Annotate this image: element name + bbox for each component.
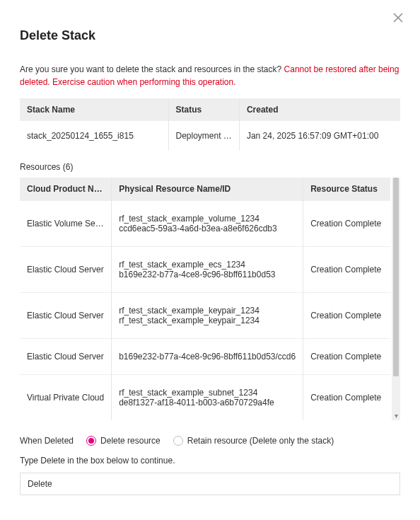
confirm-input[interactable] <box>20 473 400 495</box>
table-row: Virtual Private Cloudrf_test_stack_examp… <box>20 375 390 421</box>
stack-row: stack_20250124_1655_i815 Deployment … Ja… <box>20 121 400 151</box>
resource-type-cell: Elastic Cloud Server <box>20 247 112 293</box>
resource-type-cell: Elastic Cloud Server <box>20 339 112 375</box>
resources-table: Cloud Product N… Physical Resource Name/… <box>20 178 390 420</box>
col-resource-status: Resource Status <box>303 178 390 201</box>
confirm-text: Are you sure you want to delete the stac… <box>20 63 400 88</box>
resources-heading-text: Resources <box>20 162 60 172</box>
radio-retain-resource[interactable]: Retain resource (Delete only the stack) <box>173 436 334 446</box>
stack-table: Stack Name Status Created stack_20250124… <box>20 98 400 151</box>
resource-physical-cell: rf_test_stack_example_ecs_1234b169e232-b… <box>112 247 303 293</box>
scroll-down-icon[interactable]: ▾ <box>392 412 400 420</box>
stack-created-cell: Jan 24, 2025 16:57:09 GMT+01:00 <box>239 121 400 151</box>
table-row: Elastic Cloud Serverrf_test_stack_exampl… <box>20 293 390 339</box>
resource-status-cell: Creation Complete <box>303 339 390 375</box>
resource-status-cell: Creation Complete <box>303 201 390 247</box>
resource-status-cell: Creation Complete <box>303 375 390 421</box>
confirm-instruction: Type Delete in the box below to continue… <box>20 456 400 466</box>
stack-name-cell: stack_20250124_1655_i815 <box>20 121 168 151</box>
col-product: Cloud Product N… <box>20 178 112 201</box>
resource-type-cell: Elastic Volume Se… <box>20 201 112 247</box>
col-physical: Physical Resource Name/ID <box>112 178 303 201</box>
delete-stack-dialog: Delete Stack Are you sure you want to de… <box>0 0 420 520</box>
resource-physical-cell: rf_test_stack_example_volume_1234ccd6eac… <box>112 201 303 247</box>
resource-type-cell: Elastic Cloud Server <box>20 293 112 339</box>
dialog-title: Delete Stack <box>20 28 400 43</box>
radio-delete-resource[interactable]: Delete resource <box>86 436 161 446</box>
col-created: Created <box>239 98 400 121</box>
scrollbar-thumb[interactable] <box>393 178 399 376</box>
radio-retain-label: Retain resource (Delete only the stack) <box>187 436 334 446</box>
resource-type-cell: Virtual Private Cloud <box>20 375 112 421</box>
close-icon <box>393 13 404 23</box>
resources-area: Cloud Product N… Physical Resource Name/… <box>20 178 400 420</box>
when-deleted-row: When Deleted Delete resource Retain reso… <box>20 436 400 446</box>
table-row: Elastic Cloud Serverrf_test_stack_exampl… <box>20 247 390 293</box>
close-button[interactable] <box>393 13 404 24</box>
col-stack-name: Stack Name <box>20 98 168 121</box>
col-status: Status <box>168 98 239 121</box>
confirm-question: Are you sure you want to delete the stac… <box>20 64 284 74</box>
resource-physical-cell: rf_test_stack_example_subnet_1234de8f132… <box>112 375 303 421</box>
radio-delete-label: Delete resource <box>100 436 161 446</box>
resource-physical-cell: b169e232-b77a-4ce8-9c96-8bff611b0d53/ccd… <box>112 339 303 375</box>
resource-status-cell: Creation Complete <box>303 293 390 339</box>
resources-count: 6 <box>66 162 71 172</box>
radio-icon <box>86 436 96 446</box>
resource-status-cell: Creation Complete <box>303 247 390 293</box>
stack-status-cell: Deployment … <box>168 121 239 151</box>
table-row: Elastic Volume Se…rf_test_stack_example_… <box>20 201 390 247</box>
resource-physical-cell: rf_test_stack_example_keypair_1234rf_tes… <box>112 293 303 339</box>
resources-scrollbar[interactable]: ▾ <box>392 178 400 420</box>
when-deleted-label: When Deleted <box>20 436 74 446</box>
resources-heading: Resources (6) <box>20 162 400 172</box>
radio-icon <box>173 436 183 446</box>
table-row: Elastic Cloud Serverb169e232-b77a-4ce8-9… <box>20 339 390 375</box>
